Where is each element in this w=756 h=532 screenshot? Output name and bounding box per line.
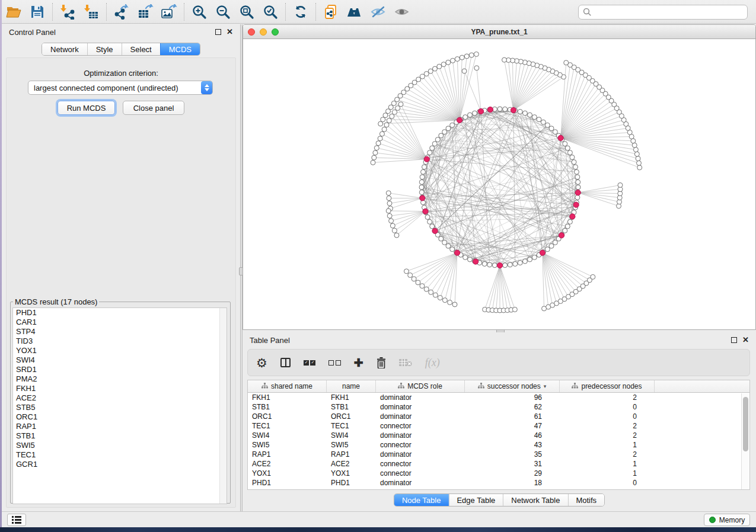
graph-node[interactable]: [439, 133, 444, 138]
graph-leaf-node[interactable]: [378, 121, 383, 126]
table-cell[interactable]: dominator: [376, 478, 465, 488]
tab-motifs[interactable]: Motifs: [567, 494, 604, 506]
graph-leaf-node[interactable]: [408, 273, 413, 277]
table-cell[interactable]: 2: [560, 450, 655, 459]
graph-leaf-node[interactable]: [424, 287, 429, 291]
scrollbar-thumb[interactable]: [743, 397, 748, 451]
graph-dominator-node[interactable]: [424, 156, 429, 162]
zoom-in-icon[interactable]: [187, 2, 211, 22]
graph-node[interactable]: [463, 255, 468, 259]
zoom-fit-icon[interactable]: [235, 2, 259, 22]
first-neighbors-icon[interactable]: [343, 2, 366, 22]
search-input[interactable]: [592, 8, 747, 17]
hide-selected-eye-slash-icon[interactable]: [366, 2, 390, 22]
result-node-item[interactable]: ACE2: [13, 393, 227, 403]
graph-dominator-node[interactable]: [423, 209, 428, 214]
graph-node[interactable]: [575, 175, 580, 180]
graph-leaf-node[interactable]: [392, 228, 397, 233]
table-cell[interactable]: SWI5: [327, 440, 376, 450]
result-node-item[interactable]: TID3: [13, 336, 227, 346]
graph-dominator-node[interactable]: [559, 233, 564, 238]
graph-node[interactable]: [518, 109, 522, 114]
graph-dominator-node[interactable]: [432, 228, 438, 233]
graph-node[interactable]: [553, 240, 557, 245]
result-node-item[interactable]: SWI5: [13, 441, 227, 450]
copy-network-icon[interactable]: [319, 2, 343, 22]
table-cell[interactable]: dominator: [376, 412, 465, 421]
graph-leaf-node[interactable]: [394, 233, 399, 238]
table-row[interactable]: SWI4SWI4dominator462: [248, 431, 749, 440]
result-node-item[interactable]: FKH1: [13, 384, 227, 393]
table-cell[interactable]: dominator: [376, 402, 465, 412]
graph-node[interactable]: [442, 240, 447, 245]
delete-table-icon[interactable]: [399, 358, 412, 367]
graph-node[interactable]: [430, 224, 435, 229]
graph-node[interactable]: [430, 146, 435, 150]
column-header-name[interactable]: name: [327, 380, 376, 392]
graph-leaf-node[interactable]: [390, 114, 394, 118]
graph-node[interactable]: [432, 142, 437, 146]
graph-dominator-node[interactable]: [540, 250, 545, 255]
graph-node[interactable]: [419, 190, 424, 195]
graph-node[interactable]: [419, 185, 424, 190]
graph-dominator-node[interactable]: [478, 108, 483, 114]
table-cell[interactable]: 47: [465, 421, 560, 431]
result-node-item[interactable]: SRD1: [13, 365, 227, 374]
export-image-icon[interactable]: [157, 2, 181, 22]
export-table-icon[interactable]: [133, 2, 157, 22]
table-cell[interactable]: connector: [376, 459, 465, 469]
table-cell[interactable]: YOX1: [327, 469, 376, 478]
graph-node[interactable]: [563, 142, 567, 146]
graph-dominator-node[interactable]: [573, 202, 579, 207]
select-all-icon[interactable]: ✓✓: [304, 360, 315, 366]
graph-node[interactable]: [442, 130, 447, 134]
table-cell[interactable]: dominator: [376, 450, 465, 459]
table-cell[interactable]: 96: [465, 393, 560, 402]
table-cell[interactable]: ORC1: [327, 412, 376, 421]
tab-style[interactable]: Style: [87, 43, 122, 55]
table-cell[interactable]: dominator: [376, 393, 465, 402]
graph-leaf-node[interactable]: [432, 66, 437, 71]
graph-leaf-node[interactable]: [564, 60, 569, 65]
zoom-out-icon[interactable]: [211, 2, 235, 22]
tab-network-table[interactable]: Network Table: [503, 494, 567, 506]
column-header-shared-name[interactable]: shared name: [248, 380, 327, 392]
graph-node[interactable]: [487, 262, 492, 267]
graph-node[interactable]: [425, 215, 430, 220]
close-panel-button[interactable]: Close panel: [123, 101, 184, 115]
graph-node[interactable]: [450, 247, 455, 252]
split-columns-icon[interactable]: [280, 358, 291, 367]
graph-node[interactable]: [420, 175, 425, 180]
graph-dominator-node[interactable]: [558, 135, 563, 140]
table-cell[interactable]: 0: [560, 412, 655, 421]
table-cell[interactable]: 1: [560, 440, 655, 450]
graph-dominator-node[interactable]: [420, 196, 425, 201]
table-cell[interactable]: connector: [376, 421, 465, 431]
table-cell[interactable]: connector: [376, 440, 465, 450]
table-cell[interactable]: 43: [465, 440, 560, 450]
table-row[interactable]: ORC1ORC1dominator610: [248, 412, 749, 421]
graph-node[interactable]: [532, 115, 537, 120]
graph-node[interactable]: [575, 195, 580, 200]
graph-node[interactable]: [439, 236, 444, 241]
float-panel-icon[interactable]: [731, 337, 737, 343]
graph-node[interactable]: [573, 165, 578, 169]
graph-leaf-node[interactable]: [387, 196, 391, 201]
save-session-icon[interactable]: [25, 2, 49, 22]
tab-node-table[interactable]: Node Table: [394, 494, 449, 506]
open-file-icon[interactable]: [2, 2, 25, 22]
import-network-icon[interactable]: [56, 2, 79, 22]
graph-node[interactable]: [419, 180, 424, 184]
graph-leaf-node[interactable]: [637, 165, 642, 170]
result-node-item[interactable]: STB1: [13, 431, 227, 441]
result-node-item[interactable]: STB5: [13, 403, 227, 412]
graph-leaf-node[interactable]: [398, 102, 403, 107]
graph-node[interactable]: [528, 257, 532, 262]
graph-leaf-node[interactable]: [393, 110, 397, 114]
result-list-scrollbar[interactable]: [219, 308, 227, 504]
graph-node[interactable]: [567, 150, 572, 155]
graph-node[interactable]: [522, 259, 527, 264]
graph-node[interactable]: [574, 169, 579, 174]
table-cell[interactable]: ACE2: [248, 459, 327, 469]
graph-dominator-node[interactable]: [575, 190, 580, 196]
